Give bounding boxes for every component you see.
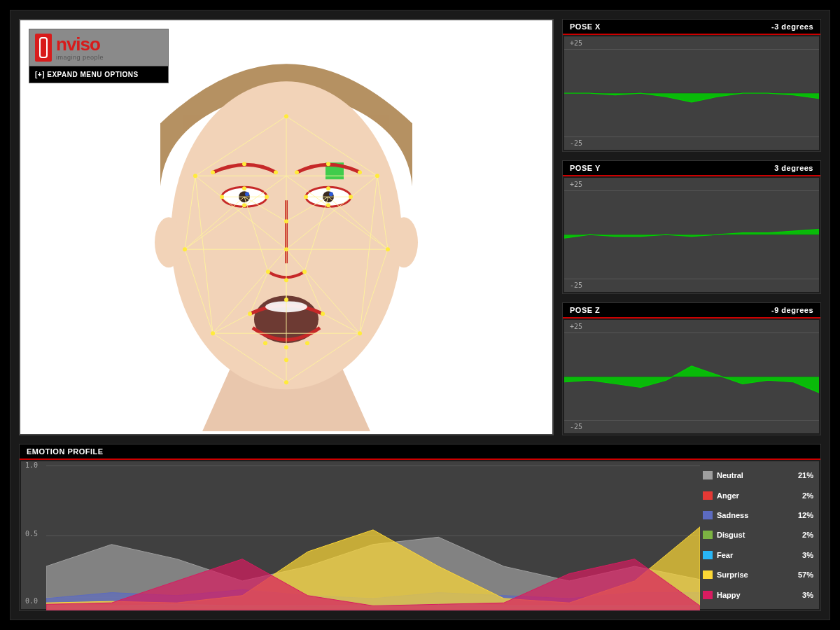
svg-point-34	[284, 219, 288, 223]
pose-z-tick-lo: -25	[570, 423, 582, 430]
svg-point-21	[242, 162, 246, 166]
svg-point-31	[326, 186, 330, 190]
emotion-ytick-1: 1.0	[25, 461, 38, 469]
svg-point-36	[266, 270, 270, 274]
svg-point-30	[304, 195, 308, 199]
legend-pct: 12%	[787, 511, 813, 519]
emotion-ytick-05: 0.5	[25, 530, 38, 538]
legend-label: Happy	[717, 591, 783, 599]
logo-block: nviso imaging people [+] EXPAND MENU OPT…	[29, 29, 169, 83]
pose-y-tick-lo: -25	[570, 281, 582, 289]
pose-x-value: -3 degrees	[771, 22, 813, 31]
svg-point-18	[358, 331, 362, 335]
svg-point-44	[305, 341, 309, 345]
svg-point-15	[183, 247, 187, 251]
legend-row-sadness: Sadness12%	[703, 511, 813, 519]
legend-label: Anger	[717, 491, 783, 500]
svg-point-6	[245, 192, 249, 196]
expand-menu-button[interactable]: [+] EXPAND MENU OPTIONS	[29, 66, 168, 83]
pose-x-panel: POSE X -3 degrees +25 -25	[562, 19, 821, 152]
pose-y-tick-hi: +25	[570, 181, 582, 188]
legend-row-happy: Happy3%	[703, 591, 813, 599]
legend-pct: 2%	[787, 531, 813, 539]
pose-z-chart: +25 -25	[564, 320, 819, 433]
face-tracking-view	[118, 39, 454, 431]
top-row: nviso imaging people [+] EXPAND MENU OPT…	[19, 19, 821, 435]
svg-point-20	[211, 170, 215, 174]
legend-row-disgust: Disgust2%	[703, 531, 813, 539]
svg-point-29	[242, 203, 246, 207]
emotion-legend: Neutral21%Anger2%Sadness12%Disgust2%Fear…	[700, 461, 819, 609]
legend-label: Neutral	[717, 471, 783, 479]
legend-pct: 3%	[787, 591, 813, 599]
legend-label: Sadness	[717, 511, 783, 519]
emotion-ytick-0: 0.0	[25, 597, 38, 605]
face-mesh-svg	[118, 39, 454, 431]
pose-z-tick-hi: +25	[570, 323, 582, 330]
emotion-chart: 1.0 0.5 0.0	[21, 461, 700, 609]
svg-point-17	[211, 331, 215, 335]
legend-label: Surprise	[717, 570, 783, 579]
svg-point-35	[284, 247, 288, 251]
svg-point-9	[329, 192, 333, 196]
legend-swatch-icon	[703, 591, 713, 599]
pose-z-title: POSE Z	[570, 306, 600, 314]
logo-tagline: imaging people	[56, 55, 104, 61]
legend-swatch-icon	[703, 511, 713, 519]
svg-point-33	[326, 203, 330, 207]
svg-point-1	[155, 217, 183, 267]
pose-y-title: POSE Y	[570, 164, 601, 172]
legend-pct: 21%	[787, 471, 813, 479]
svg-point-24	[326, 162, 330, 166]
svg-point-43	[284, 345, 288, 349]
svg-point-25	[358, 170, 362, 174]
svg-point-16	[386, 247, 390, 251]
pose-y-panel: POSE Y 3 degrees +25 -25	[562, 160, 821, 293]
legend-row-anger: Anger2%	[703, 491, 813, 500]
svg-point-2	[390, 217, 418, 267]
pose-y-value: 3 degrees	[774, 164, 813, 172]
svg-point-37	[284, 278, 288, 282]
svg-point-42	[263, 341, 267, 345]
svg-point-39	[248, 312, 252, 316]
video-panel: nviso imaging people [+] EXPAND MENU OPT…	[19, 19, 554, 435]
emotion-profile-panel: EMOTION PROFILE 1.0 0.5 0.0 Neutral21%An…	[19, 444, 821, 611]
pose-x-tick-hi: +25	[570, 39, 582, 47]
legend-label: Fear	[717, 551, 783, 559]
svg-point-38	[302, 270, 307, 274]
legend-row-fear: Fear3%	[703, 551, 813, 559]
emotion-title: EMOTION PROFILE	[27, 447, 104, 456]
svg-point-26	[220, 195, 224, 199]
legend-pct: 57%	[787, 570, 813, 579]
pose-z-value: -9 degrees	[771, 306, 813, 314]
svg-point-27	[242, 186, 246, 190]
svg-point-19	[284, 380, 288, 384]
legend-row-neutral: Neutral21%	[703, 471, 813, 479]
pose-x-tick-lo: -25	[570, 139, 582, 147]
svg-point-40	[284, 298, 288, 302]
legend-pct: 2%	[787, 491, 813, 500]
svg-point-14	[375, 174, 379, 178]
legend-swatch-icon	[703, 491, 713, 500]
svg-point-22	[274, 170, 278, 174]
svg-point-41	[321, 312, 325, 316]
pose-x-chart: +25 -25	[564, 36, 819, 150]
pose-z-panel: POSE Z -9 degrees +25 -25	[562, 302, 821, 435]
pose-y-chart: +25 -25	[564, 178, 819, 291]
brand-logo: nviso imaging people	[29, 29, 168, 66]
app-root: nviso imaging people [+] EXPAND MENU OPT…	[10, 10, 830, 620]
legend-swatch-icon	[703, 570, 713, 579]
pose-x-title: POSE X	[570, 22, 601, 31]
legend-label: Disgust	[717, 531, 783, 539]
logo-name: nviso	[56, 35, 104, 53]
svg-point-13	[193, 174, 197, 178]
svg-point-32	[349, 195, 353, 199]
legend-swatch-icon	[703, 551, 713, 559]
legend-row-surprise: Surprise57%	[703, 570, 813, 579]
svg-point-23	[295, 170, 299, 174]
pose-column: POSE X -3 degrees +25 -25 POSE Y 3 degre…	[562, 19, 821, 435]
svg-point-12	[284, 114, 288, 118]
legend-swatch-icon	[703, 471, 713, 479]
svg-point-45	[284, 358, 288, 362]
legend-pct: 3%	[787, 551, 813, 559]
